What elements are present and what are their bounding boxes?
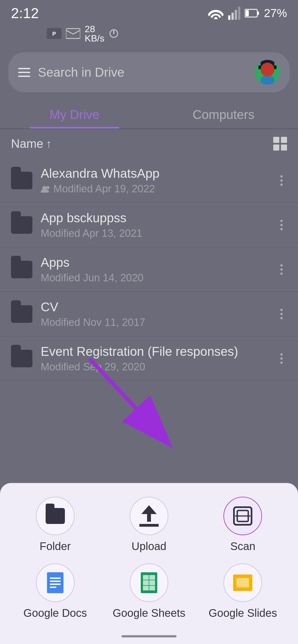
file-meta: Modified Nov 11, 2017 <box>41 317 276 328</box>
search-bar[interactable]: Search in Drive <box>8 52 290 92</box>
svg-point-20 <box>46 186 49 189</box>
svg-rect-4 <box>238 7 240 20</box>
status-bar: 2:12 27% <box>0 0 298 24</box>
more-options-button[interactable] <box>276 260 287 279</box>
list-item[interactable]: Event Registration (File responses) Modi… <box>0 336 298 381</box>
file-meta: Modified Apr 19, 2022 <box>41 183 276 195</box>
file-info: CV Modified Nov 11, 2017 <box>41 299 276 328</box>
hamburger-menu-button[interactable] <box>18 68 30 77</box>
file-meta: Modified Jun 14, 2020 <box>41 272 276 284</box>
bottom-sheet: Folder Upload Scan <box>0 483 298 644</box>
google-docs-label: Google Docs <box>23 607 87 619</box>
more-options-button[interactable] <box>276 304 287 324</box>
svg-rect-2 <box>231 13 234 20</box>
folder-icon <box>11 350 32 367</box>
sort-direction-icon: ↑ <box>46 138 51 150</box>
shared-icon <box>41 185 51 193</box>
scan-button[interactable]: Scan <box>199 497 287 553</box>
tab-computers[interactable]: Computers <box>149 99 298 129</box>
svg-rect-17 <box>258 65 263 69</box>
search-bar-container: Search in Drive <box>0 46 298 92</box>
status-time: 2:12 <box>11 5 39 21</box>
list-item[interactable]: App bsckuppss Modified Apr 13, 2021 <box>0 203 298 247</box>
folder-icon <box>11 216 32 234</box>
upload-button[interactable]: Upload <box>105 497 193 553</box>
signal-icon <box>228 7 240 20</box>
search-input[interactable]: Search in Drive <box>38 65 247 80</box>
list-item[interactable]: Apps Modified Jun 14, 2020 <box>0 247 298 292</box>
google-slides-icon-circle <box>224 564 262 602</box>
svg-rect-1 <box>228 15 230 20</box>
list-item[interactable]: CV Modified Nov 11, 2017 <box>0 292 298 336</box>
svg-point-0 <box>214 17 217 19</box>
folder-icon-circle <box>36 497 74 535</box>
google-sheets-button[interactable]: Google Sheets <box>105 564 193 619</box>
google-docs-icon <box>47 572 64 593</box>
google-sheets-icon-circle <box>130 564 168 602</box>
folder-icon <box>11 261 32 278</box>
list-item[interactable]: Alexandra WhatsApp Modified Apr 19, 2022 <box>0 158 298 203</box>
more-options-button[interactable] <box>276 349 287 368</box>
file-name: CV <box>41 299 276 314</box>
svg-rect-3 <box>235 10 237 20</box>
file-meta: Modified Apr 13, 2021 <box>41 227 276 239</box>
file-info: Event Registration (File responses) Modi… <box>41 344 276 373</box>
battery-icon <box>245 8 260 19</box>
upload-icon <box>139 505 159 527</box>
scan-icon <box>233 506 253 526</box>
file-name: App bsckuppss <box>41 210 276 225</box>
more-options-button[interactable] <box>276 215 287 235</box>
google-slides-icon <box>233 574 252 591</box>
data-speed: 28KB/s <box>85 24 104 43</box>
grid-view-button[interactable] <box>273 137 287 151</box>
battery-percentage: 27% <box>264 7 287 20</box>
folder-label: Folder <box>40 540 71 553</box>
svg-rect-18 <box>272 65 277 69</box>
folder-icon <box>11 305 32 323</box>
upload-icon-circle <box>130 497 168 535</box>
list-header: Name ↑ <box>0 129 298 158</box>
folder-icon <box>46 508 65 524</box>
bottom-sheet-grid: Folder Upload Scan <box>11 497 287 619</box>
scan-icon-circle <box>224 497 262 535</box>
svg-rect-12 <box>113 30 114 34</box>
file-name: Apps <box>41 255 276 270</box>
svg-rect-6 <box>257 12 259 15</box>
file-info: App bsckuppss Modified Apr 13, 2021 <box>41 210 276 239</box>
svg-rect-10 <box>66 29 80 38</box>
google-slides-label: Google Slides <box>209 607 277 619</box>
more-options-button[interactable] <box>276 171 287 190</box>
google-docs-icon-circle <box>36 564 74 602</box>
svg-rect-16 <box>261 60 274 68</box>
folder-icon <box>11 172 32 189</box>
wifi-icon <box>208 7 224 19</box>
email-icon <box>66 28 80 39</box>
home-indicator <box>122 635 176 637</box>
file-name: Alexandra WhatsApp <box>41 166 276 181</box>
svg-rect-7 <box>245 10 249 16</box>
upload-label: Upload <box>132 540 167 553</box>
status-icons: 27% <box>208 7 287 20</box>
google-slides-button[interactable]: Google Slides <box>199 564 287 619</box>
file-info: Alexandra WhatsApp Modified Apr 19, 2022 <box>41 166 276 195</box>
file-list: Alexandra WhatsApp Modified Apr 19, 2022… <box>0 158 298 381</box>
paytm-icon: P <box>47 28 62 39</box>
svg-point-14 <box>263 65 272 74</box>
other-icon <box>109 28 119 39</box>
user-avatar[interactable] <box>255 60 280 85</box>
tabs-container: My Drive Computers <box>0 99 298 129</box>
file-name: Event Registration (File responses) <box>41 344 276 359</box>
google-sheets-icon <box>141 572 157 593</box>
google-sheets-label: Google Sheets <box>113 607 186 619</box>
scan-label: Scan <box>230 540 255 553</box>
google-docs-button[interactable]: Google Docs <box>11 564 99 619</box>
tab-my-drive[interactable]: My Drive <box>0 99 149 129</box>
svg-text:P: P <box>52 31 56 37</box>
create-folder-button[interactable]: Folder <box>11 497 99 553</box>
file-info: Apps Modified Jun 14, 2020 <box>41 255 276 284</box>
sort-button[interactable]: Name ↑ <box>11 137 51 151</box>
file-meta: Modified Sep 29, 2020 <box>41 361 276 373</box>
